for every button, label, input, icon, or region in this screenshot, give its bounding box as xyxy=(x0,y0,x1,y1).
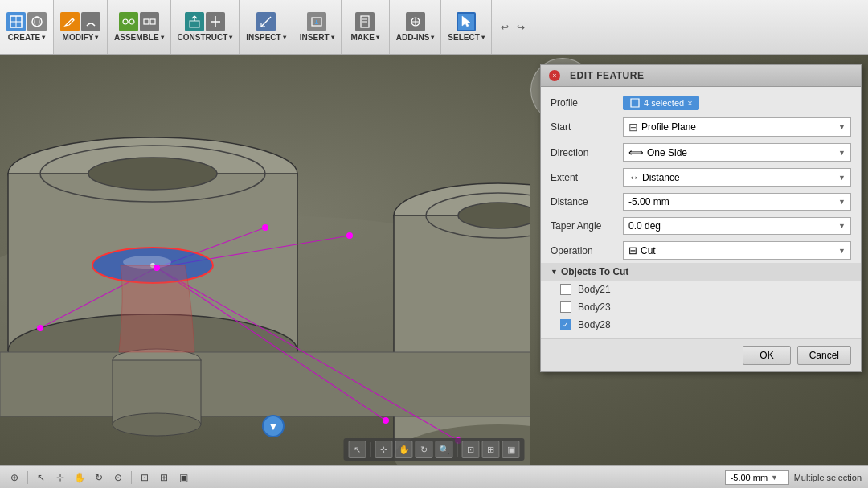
operation-label: Operation xyxy=(551,245,623,256)
insert-arrow: ▾ xyxy=(331,34,334,41)
checkbox-row-body23: Body23 xyxy=(541,298,861,316)
make-label: MAKE ▾ xyxy=(350,33,379,42)
assemble-icon-2 xyxy=(140,12,159,31)
addins-icons xyxy=(406,12,425,31)
svg-rect-10 xyxy=(150,19,155,24)
vt-display[interactable]: ▣ xyxy=(502,441,520,458)
operation-icon: ⊟ xyxy=(628,244,637,256)
vt-grid[interactable]: ⊞ xyxy=(482,441,500,458)
select-label: SELECT ▾ xyxy=(448,33,484,42)
assemble-icon-1 xyxy=(119,12,138,31)
objects-to-cut-section[interactable]: ▼ Objects To Cut xyxy=(541,263,861,281)
svg-point-4 xyxy=(35,17,39,27)
body23-checkbox[interactable] xyxy=(560,301,571,313)
panel-row-direction: Direction ⟺ One Side ▼ xyxy=(541,140,861,165)
construct-icon-2 xyxy=(206,12,225,31)
extent-select[interactable]: ↔ Distance ▼ xyxy=(623,168,851,187)
vt-fit[interactable]: ⊡ xyxy=(462,441,480,458)
profile-label: Profile xyxy=(551,97,623,109)
bottombar-orbit[interactable]: ↻ xyxy=(91,470,107,486)
inspect-icons xyxy=(256,12,276,31)
bottombar-zoom[interactable]: ⊙ xyxy=(110,470,126,486)
addins-icon-1 xyxy=(406,12,425,31)
svg-point-43 xyxy=(113,413,201,436)
taper-input[interactable]: 0.0 deg ▼ xyxy=(623,217,851,235)
distance-spinner[interactable]: ▼ xyxy=(838,198,845,206)
panel-body: Profile 4 selected × Start ⊟ Profile Pla… xyxy=(541,87,861,338)
bottombar-sep2 xyxy=(131,471,132,484)
ok-button[interactable]: OK xyxy=(743,346,790,365)
toolbar-group-modify[interactable]: MODIFY ▾ xyxy=(54,0,108,54)
profile-clear-button[interactable]: × xyxy=(687,98,692,108)
body21-checkbox[interactable] xyxy=(560,284,571,295)
operation-select[interactable]: ⊟ Cut ▼ xyxy=(623,241,851,260)
start-select[interactable]: ⊟ Profile Plane ▼ xyxy=(623,117,851,137)
bottombar-effects[interactable]: ▣ xyxy=(175,470,191,486)
construct-arrow: ▾ xyxy=(229,34,232,41)
distance-input[interactable]: -5.00 mm ▼ xyxy=(623,193,851,211)
toolbar-group-insert[interactable]: INSERT ▾ xyxy=(293,0,342,54)
bottombar-navigate[interactable]: ⊹ xyxy=(52,470,68,486)
bottombar-section[interactable]: ⊞ xyxy=(156,470,172,486)
bottombar-cursor[interactable]: ↖ xyxy=(33,470,49,486)
body28-checkbox[interactable]: ✓ xyxy=(560,319,571,330)
direction-select[interactable]: ⟺ One Side ▼ xyxy=(623,143,851,162)
select-icon-1 xyxy=(457,12,476,31)
modify-icon-2 xyxy=(81,12,100,31)
svg-rect-9 xyxy=(144,19,149,24)
start-value: Profile Plane xyxy=(641,121,696,133)
modify-icons xyxy=(60,12,100,31)
vt-navigate[interactable]: ⊹ xyxy=(375,441,393,458)
svg-rect-11 xyxy=(190,21,199,27)
vt-cursor[interactable]: ↖ xyxy=(349,441,366,458)
edit-feature-panel: × EDIT FEATURE Profile 4 selected × Star… xyxy=(540,64,862,372)
checkbox-row-body21: Body21 xyxy=(541,281,861,298)
inspect-label-text: INSPECT xyxy=(246,33,280,42)
panel-close-button[interactable]: × xyxy=(549,70,560,81)
inspect-label: INSPECT ▾ xyxy=(246,33,285,42)
bottombar-grid-display[interactable]: ⊡ xyxy=(137,470,153,486)
taper-value: 0.0 deg xyxy=(628,220,661,232)
make-icon-1 xyxy=(355,12,375,31)
vt-zoom[interactable]: 🔍 xyxy=(436,441,453,458)
vt-orbit[interactable]: ↻ xyxy=(416,441,433,458)
addins-label: ADD-INS ▾ xyxy=(396,33,435,42)
toolbar-group-addins[interactable]: ADD-INS ▾ xyxy=(390,0,442,54)
profile-tag[interactable]: 4 selected × xyxy=(623,96,699,110)
toolbar-group-inspect[interactable]: INSPECT ▾ xyxy=(240,0,293,54)
select-icons xyxy=(457,12,476,31)
modify-label: MODIFY ▾ xyxy=(63,33,99,42)
direction-label: Direction xyxy=(551,147,623,158)
extent-label: Extent xyxy=(551,172,623,183)
panel-close-icon: × xyxy=(552,72,556,80)
bottombar-home[interactable]: ⊕ xyxy=(6,470,23,486)
addins-arrow: ▾ xyxy=(431,34,434,41)
dimension-display: -5.00 mm ▼ xyxy=(725,470,789,485)
toolbar-group-select[interactable]: SELECT ▾ xyxy=(441,0,491,54)
make-icons xyxy=(355,12,375,31)
undo-button[interactable]: ↩ xyxy=(498,21,511,34)
body23-label: Body23 xyxy=(578,301,611,313)
bottombar-pan[interactable]: ✋ xyxy=(72,470,88,486)
redo-button[interactable]: ↪ xyxy=(514,21,527,34)
down-arrow-button[interactable]: ▼ xyxy=(262,415,285,437)
start-icon: ⊟ xyxy=(628,121,638,133)
svg-point-6 xyxy=(123,19,128,24)
toolbar-group-construct[interactable]: CONSTRUCT ▾ xyxy=(171,0,240,54)
vt-pan[interactable]: ✋ xyxy=(395,441,413,458)
dimension-dropdown-arrow[interactable]: ▼ xyxy=(771,474,778,482)
svg-point-54 xyxy=(383,417,389,424)
toolbar-group-make[interactable]: MAKE ▾ xyxy=(342,0,390,54)
cancel-button[interactable]: Cancel xyxy=(797,346,851,365)
extent-value: Distance xyxy=(642,172,680,183)
taper-spinner[interactable]: ▼ xyxy=(838,222,845,230)
panel-row-taper: Taper Angle 0.0 deg ▼ xyxy=(541,214,861,238)
toolbar-group-create[interactable]: CREATE ▾ xyxy=(0,0,54,54)
toolbar-group-assemble[interactable]: ASSEMBLE ▾ xyxy=(108,0,171,54)
profile-icon xyxy=(629,97,641,109)
bottombar-right: -5.00 mm ▼ Multiple selection xyxy=(725,470,862,485)
extent-control: ↔ Distance ▼ xyxy=(623,168,851,187)
distance-label: Distance xyxy=(551,196,623,207)
modify-icon-1 xyxy=(60,12,80,31)
panel-row-distance: Distance -5.00 mm ▼ xyxy=(541,190,861,214)
